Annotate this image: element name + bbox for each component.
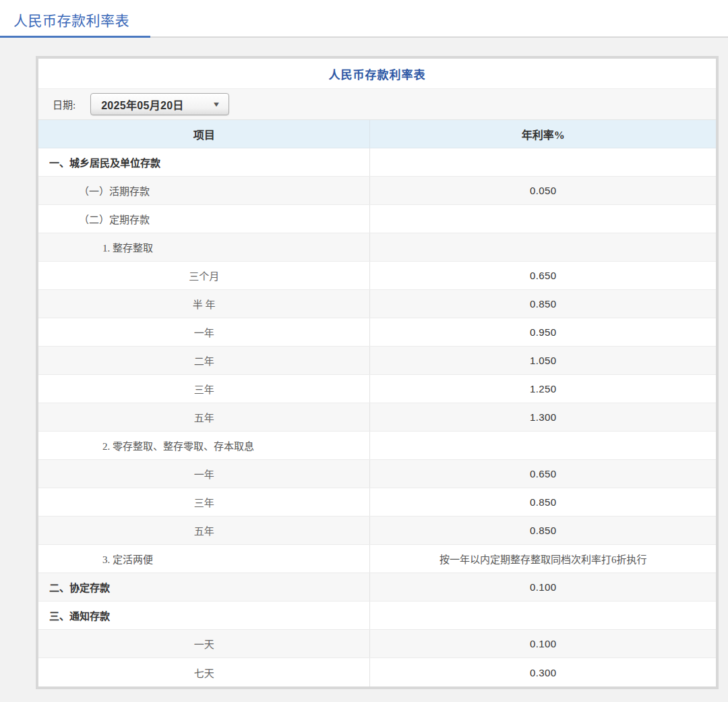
row-value: 0.100 (370, 630, 716, 657)
row-label: 一、城乡居民及单位存款 (38, 148, 370, 176)
table-row: 七天 0.300 (38, 658, 716, 686)
row-label: 2. 零存整取、整存零取、存本取息 (38, 432, 370, 459)
row-label: 三个月 (38, 262, 370, 289)
column-header-item: 项目 (38, 120, 370, 148)
row-label: 三年 (38, 488, 370, 516)
row-label: （一）活期存款 (38, 177, 370, 204)
table-row: 二年 1.050 (38, 347, 716, 375)
date-label: 日期: (53, 97, 75, 111)
table-row: （一）活期存款 0.050 (38, 177, 716, 205)
row-label: 一年 (38, 460, 370, 488)
table-row: 1. 整存整取 (38, 233, 716, 262)
row-label: 二、协定存款 (38, 573, 370, 601)
row-label: 三、通知存款 (38, 602, 370, 629)
chevron-down-icon: ▼ (212, 100, 221, 108)
table-header-row: 项目 年利率% (38, 120, 716, 148)
table-title-row: 人民币存款利率表 (38, 59, 716, 89)
table-row: 三年 0.850 (38, 488, 716, 517)
row-label: 三年 (38, 375, 370, 403)
row-value (370, 432, 716, 459)
row-label: 3. 定活两便 (38, 545, 370, 573)
page-header: 人民币存款利率表 (0, 0, 728, 38)
row-label: 一年 (38, 318, 370, 346)
table-row: 三年 1.250 (38, 375, 716, 403)
rate-table-panel: 人民币存款利率表 日期: 2025年05月20日 ▼ 项目 年利率% 一、城乡居… (36, 56, 719, 689)
table-row: 一年 0.950 (38, 318, 716, 347)
table-title: 人民币存款利率表 (329, 65, 426, 82)
row-label: 五年 (38, 517, 370, 544)
row-value: 0.650 (370, 262, 716, 289)
row-value: 1.250 (370, 375, 716, 403)
page-title-underline (0, 36, 150, 38)
row-value (370, 148, 716, 176)
table-row: 3. 定活两便 按一年以内定期整存整取同档次利率打6折执行 (38, 545, 716, 573)
table-row: 三、通知存款 (38, 602, 716, 630)
table-body: 一、城乡居民及单位存款 （一）活期存款 0.050 （二）定期存款 1. 整存整… (38, 148, 716, 686)
table-row: 一年 0.650 (38, 460, 716, 488)
row-label: 五年 (38, 403, 370, 431)
row-value: 0.950 (370, 318, 716, 346)
row-label: 一天 (38, 630, 370, 657)
table-row: 三个月 0.650 (38, 262, 716, 290)
row-label: 半 年 (38, 290, 370, 318)
row-value (370, 602, 716, 629)
row-label: （二）定期存款 (38, 205, 370, 233)
row-label: 二年 (38, 347, 370, 374)
row-value: 按一年以内定期整存整取同档次利率打6折执行 (370, 545, 716, 573)
row-value: 0.050 (370, 177, 716, 204)
table-row: 2. 零存整取、整存零取、存本取息 (38, 432, 716, 460)
row-value: 1.300 (370, 403, 716, 431)
table-row: 半 年 0.850 (38, 290, 716, 318)
table-row: 二、协定存款 0.100 (38, 573, 716, 602)
row-value: 1.050 (370, 347, 716, 374)
date-select[interactable]: 2025年05月20日 ▼ (90, 93, 229, 115)
row-value: 0.850 (370, 290, 716, 318)
row-value: 0.300 (370, 658, 716, 686)
row-value (370, 233, 716, 261)
page-title: 人民币存款利率表 (13, 9, 129, 30)
row-value: 0.850 (370, 517, 716, 544)
row-value: 0.650 (370, 460, 716, 488)
column-header-rate: 年利率% (370, 120, 716, 148)
row-label: 1. 整存整取 (38, 233, 370, 261)
date-select-value: 2025年05月20日 (101, 96, 184, 113)
date-row: 日期: 2025年05月20日 ▼ (38, 89, 716, 120)
table-row: （二）定期存款 (38, 205, 716, 233)
row-label: 七天 (38, 658, 370, 686)
row-value: 0.100 (370, 573, 716, 601)
table-row: 五年 0.850 (38, 517, 716, 545)
table-row: 五年 1.300 (38, 403, 716, 432)
row-value: 0.850 (370, 488, 716, 516)
row-value (370, 205, 716, 233)
table-row: 一、城乡居民及单位存款 (38, 148, 716, 177)
table-row: 一天 0.100 (38, 630, 716, 658)
